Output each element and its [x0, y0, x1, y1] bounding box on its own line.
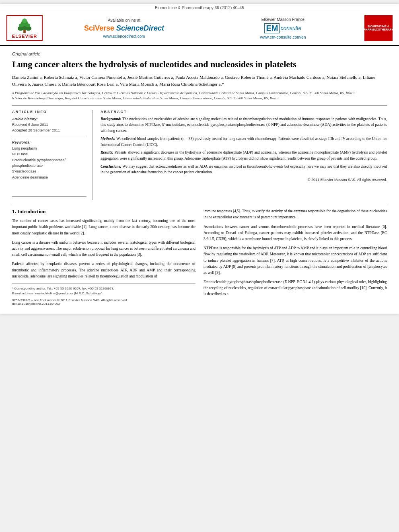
abstract-content: Background: The nucleotides and nucleosi… — [101, 116, 387, 175]
right-para-3: NTPDase is responsible for the hydrolysi… — [204, 245, 387, 276]
abstract-methods: Methods: We collected blood samples from… — [101, 136, 387, 148]
article-history: Article history: Received 6 June 2011 Ac… — [12, 116, 86, 134]
abstract-results: Results: Patients showed a significant d… — [101, 150, 387, 161]
right-para-4: Ectonucleotide pyrophosphatase/phosphodi… — [204, 279, 387, 298]
available-online-text: Available online at — [108, 18, 140, 23]
email-address: E-mail address: mariachitolina@gmail.com… — [12, 291, 195, 296]
affiliations: a Programa de Pós-Graduação em Bioquímic… — [12, 90, 387, 101]
affiliation-a: a Programa de Pós-Graduação em Bioquímic… — [12, 90, 387, 96]
abstract-heading: ABSTRACT — [101, 110, 387, 114]
keyword-1: Lung neoplasm — [12, 146, 86, 151]
conclusions-text: We may suggest that ectonucleotidases as… — [101, 164, 387, 175]
doi-line: doi:10.1016/j.biopha.2011.09.003 — [12, 302, 195, 306]
introduction-heading: 1. Introduction — [12, 208, 195, 215]
journal-logo-title: BIOMEDICINE & PHARMACOTHERAPY — [364, 25, 394, 32]
keyword-2: NTPDase — [12, 151, 86, 157]
em-consulte-logo: EM consulte — [264, 23, 301, 33]
right-para-1: immune responses [4,5]. Thus, to verify … — [204, 208, 387, 220]
section-number: 1. — [12, 208, 16, 214]
elsevier-tree-icon — [12, 18, 37, 34]
copyright-notice: © 2011 Elsevier Masson SAS. All rights r… — [101, 178, 387, 182]
elsevier-logo: ELSEVIER — [6, 15, 43, 41]
elsevier-masson-text: Elsevier Masson France — [261, 17, 304, 22]
left-bottom-divider — [12, 196, 86, 197]
svg-point-6 — [25, 23, 30, 27]
sciverse-label: SciVerse — [84, 24, 116, 32]
section-title: Introduction — [17, 208, 46, 214]
main-content-area: 1. Introduction The number of cancer cas… — [0, 204, 399, 314]
header-divider — [12, 105, 387, 106]
history-label: Article history: — [12, 116, 86, 122]
journal-logo-box: BIOMEDICINE & PHARMACOTHERAPY — [364, 15, 393, 41]
corresponding-author: * Corresponding author. Tel.: +55-55-322… — [12, 286, 195, 291]
sciencedirect-label: ScienceDirect — [116, 24, 164, 32]
intro-para-3: Patients affected by neoplastic diseases… — [12, 261, 195, 279]
authors-text: Daniela Zanini a, Roberta Schmatz a, Vic… — [12, 75, 375, 87]
authors-list: Daniela Zanini a, Roberta Schmatz a, Vic… — [12, 74, 387, 88]
intro-para-1: The number of cancer cases has increased… — [12, 218, 195, 236]
conclusions-label: Conclusions: — [101, 164, 121, 168]
affiliation-b: b Setor de Hematologia/Oncologia, Hospit… — [12, 96, 387, 101]
abstract-col: ABSTRACT Background: The nucleotides and… — [101, 110, 387, 200]
results-text: Patients showed a significant decrease i… — [101, 150, 387, 160]
background-label: Background: — [101, 117, 121, 121]
keyword-4: phosphodiesterase — [12, 163, 86, 168]
journal-citation: Biomedicine & Pharmacotherapy 66 (2012) … — [155, 6, 244, 10]
article-header-area: Original article Lung cancer alters the … — [0, 46, 399, 204]
article-info-abstract: ARTICLE INFO Article history: Received 6… — [12, 110, 387, 200]
body-right-col: immune responses [4,5]. Thus, to verify … — [204, 208, 387, 306]
sciverse-sciencedirect-logo: SciVerse ScienceDirect — [84, 24, 164, 33]
svg-point-7 — [22, 18, 27, 23]
publisher-header: ELSEVIER Available online at SciVerse Sc… — [0, 11, 399, 46]
body-left-col: 1. Introduction The number of cancer cas… — [12, 208, 195, 306]
right-para-2: Associations between cancer and venous t… — [204, 224, 387, 242]
article-info-col: ARTICLE INFO Article history: Received 6… — [12, 110, 93, 200]
keyword-6: Adenosine deaminase — [12, 175, 86, 180]
keywords-list: Lung neoplasm NTPDase Ectonucleotide pyr… — [12, 146, 86, 180]
emconsulte-section: Elsevier Masson France EM consulte www.e… — [206, 15, 360, 41]
journal-header: Biomedicine & Pharmacotherapy 66 (2012) … — [0, 4, 399, 11]
methods-label: Methods: — [101, 137, 115, 141]
svg-point-5 — [19, 23, 24, 27]
received-date: Received 6 June 2011 — [12, 122, 86, 127]
em-logo-icon: EM — [264, 23, 280, 33]
article-title: Lung cancer alters the hydrolysis of nuc… — [12, 59, 387, 70]
consulte-label: consulte — [280, 25, 301, 31]
abstract-background: Background: The nucleotides and nucleosi… — [101, 116, 387, 134]
keyword-5: 5′-nucleotidase — [12, 168, 86, 174]
copyright-line: 0753-3322/$ – see front matter © 2011 El… — [12, 298, 195, 302]
page: Biomedicine & Pharmacotherapy 66 (2012) … — [0, 4, 399, 314]
keywords-label: Keywords: — [12, 140, 86, 144]
article-info-heading: ARTICLE INFO — [12, 110, 86, 114]
article-type: Original article — [12, 51, 387, 56]
keyword-3: Ectonucleotide pyrophosphatase/ — [12, 157, 86, 163]
intro-para-2: Lung cancer is a disease with uniform be… — [12, 240, 195, 258]
background-text: The nucleotides and nucleosides of adeni… — [101, 117, 387, 133]
sciencedirect-section: Available online at SciVerse ScienceDire… — [47, 15, 202, 41]
footnotes-section: * Corresponding author. Tel.: +55-55-322… — [12, 283, 195, 306]
elsevier-wordmark: ELSEVIER — [12, 34, 37, 39]
body-columns: 1. Introduction The number of cancer cas… — [12, 208, 387, 306]
abstract-conclusions: Conclusions: We may suggest that ectonuc… — [101, 164, 387, 175]
accepted-date: Accepted 28 September 2011 — [12, 127, 86, 133]
emconsulte-url[interactable]: www.em-consulte.com/en — [260, 35, 306, 39]
keywords-divider — [12, 137, 86, 137]
results-label: Results: — [101, 150, 113, 154]
sciencedirect-url[interactable]: www.sciencedirect.com — [103, 34, 145, 39]
methods-text: We collected blood samples from patients… — [101, 137, 387, 147]
